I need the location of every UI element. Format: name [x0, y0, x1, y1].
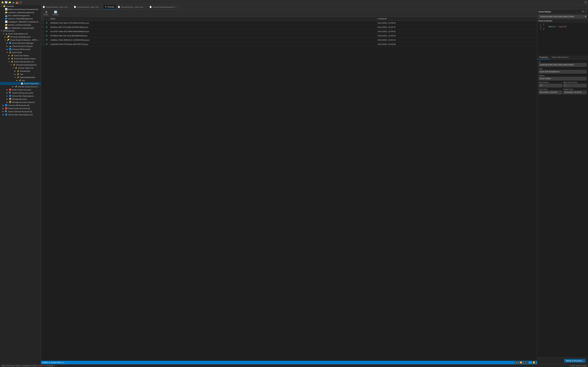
cloud-icon[interactable]: ☁ — [12, 1, 15, 4]
chevron-egt: ▶ — [9, 55, 10, 56]
sidebar-item-qa[interactable]: ⬜ qa | TablesDB | cerebrata-table — [0, 26, 41, 30]
folder-icon[interactable]: 📁 — [8, 1, 11, 4]
refresh-button[interactable]: 🔄 Refresh — [52, 10, 59, 16]
cosmos-icon: 🟦 — [9, 48, 11, 50]
sidebar-item-service-bus[interactable]: ▶ 🔵 Service Bus Namespaces — [0, 94, 41, 98]
diamond-icon: 🔷 — [5, 17, 8, 20]
sidebar-item-redis-cache[interactable]: ▶ 🔴 Redis Cache Accounts — [0, 88, 41, 91]
refresh-toolbar-icon[interactable]: 🔄 — [5, 1, 8, 4]
chevron-all-resources: ▼ — [1, 30, 3, 32]
sidebar-item-event-grids[interactable]: ▼ ⚡ Event Grids — [0, 51, 41, 54]
col-name[interactable]: Name — [49, 17, 377, 21]
tab-close-1[interactable]: ✕ — [69, 6, 70, 8]
tab-domain-topic-2[interactable]: 📄 DomainTopicS...ption Visu ✕ — [72, 5, 103, 9]
upload-icon[interactable]: 📤 — [15, 1, 18, 4]
sidebar-label-azure-subs: Azure Subscriptions (2) — [8, 33, 40, 35]
row-checkbox-5[interactable] — [42, 43, 44, 45]
star-icon[interactable]: ⭐ — [1, 1, 4, 4]
sidebar-item-storage-classic[interactable]: ▶ 📦 Storage Accounts (Classic) — [0, 100, 41, 104]
tab-icon-settings: ⚙ — [105, 6, 107, 8]
window-icon[interactable]: ⬛ — [584, 1, 587, 4]
row-checkbox-cell — [41, 42, 44, 46]
table-row[interactable]: ✉ 8704952e-ffb2-4cfc-bcdf-08e93f9942b0.j… — [41, 33, 537, 38]
table-row[interactable]: ✉ 42af6b1c-916b-4596-81c0-123618210cba.j… — [41, 38, 537, 42]
sidebar-item-service-bus-0[interactable]: ▶ 🔵 Service Bus Namespaces (0) — [0, 113, 41, 116]
folder-icon: 📁 — [5, 11, 8, 14]
sidebar-label-all-resources: All Resources — [3, 30, 40, 32]
delete-button[interactable]: 🗑 Delete... — [42, 10, 50, 16]
tab-close-4[interactable]: ✕ — [177, 6, 178, 8]
sidebar-item-container-patient[interactable]: 📁 container | patientmanagement — [0, 11, 41, 14]
sidebar-item-event-grid-topics[interactable]: ▶ ⚡ Event Grid Topics — [0, 54, 41, 57]
sidebar-item-visual-studio[interactable]: ▼ 🔑 Visual Studio Enterprise – MPN (Ranj… — [0, 38, 41, 42]
tab-domain-only[interactable]: 📄 DomainOnlySu...ption Visu ✕ — [116, 5, 148, 9]
sidebar-item-private[interactable]: 📁 private | ceruleanv1storage — [0, 23, 41, 26]
modify-resubmit-button[interactable]: Modify & Resubmit... — [564, 359, 585, 363]
close-panel-icon[interactable]: ✕ — [585, 10, 587, 13]
tab-domain-topic-1[interactable]: 📄 DoaminTopicS...ption Visu ✕ — [41, 5, 72, 9]
sidebar-item-dev-patient[interactable]: 💻 dev | patientmanagement — [0, 14, 41, 17]
tab-settings[interactable]: ⚙ Settings — [103, 5, 116, 9]
table-row[interactable]: ✉ bf456064-7bc2-4da7-b74f-da54e410202c.j… — [41, 21, 537, 25]
sidebar-item-newqatest[interactable]: ⬜ newqatest | TablesDB | cerebrata-table — [0, 20, 41, 23]
sidebar-item-domain-for-dev[interactable]: ▼ ⚡ DomainForDevelopment — [0, 63, 41, 66]
sidebar-label-dt: Domain Topics (3) — [18, 67, 40, 69]
row-created-at-cell: 02/11/2021, 15:43:27 — [376, 25, 537, 29]
col-created-at[interactable]: Created At — [376, 17, 537, 21]
minimize-icon[interactable]: 🗗 — [582, 10, 584, 13]
row-checkbox-0[interactable] — [42, 22, 44, 24]
prop-times: Event Time: 02/11/2021, 15:34:33 Publish… — [539, 88, 587, 94]
sidebar-item-domain-topic-sub[interactable]: 📋 DoaminTopicSubscription — [0, 82, 41, 85]
table-row[interactable]: ✉ 9cca7827-b6fa-4323-90b9-b8f2da0bb3a9.j… — [41, 29, 537, 33]
tab-close-2[interactable]: ✕ — [100, 6, 102, 8]
tab-properties[interactable]: Properties — [537, 55, 550, 59]
delete-label: Delete... — [43, 14, 49, 16]
sidebar-item-domain-topics[interactable]: ▼ ⚡ Domain Topics (3) — [0, 66, 41, 69]
sidebar-item-cloud-classic[interactable]: ▶ ☁ Cloud Services (Classic) — [0, 45, 41, 48]
sidebar-item-search-service[interactable]: ▶ 🔍 Search Service Accounts — [0, 91, 41, 94]
table-row[interactable]: ✉ bf4391ac-58f7-47f1-b892-60766313fb33.j… — [41, 25, 537, 29]
search-service-icon: 🔍 — [9, 92, 11, 94]
sidebar-item-azure-subscriptions[interactable]: ▼ ☁ Azure Subscriptions (2) — [0, 32, 41, 35]
page-input[interactable] — [524, 361, 528, 364]
sidebar-item-event-grid-system-topics[interactable]: ▶ ⚡ Event Grid System Topics — [0, 57, 41, 60]
tab-dead-letter[interactable]: Dead Letter Reason — [550, 55, 571, 59]
select-all-checkbox[interactable] — [42, 17, 44, 19]
sidebar-item-metrics[interactable]: 📊 $MetricsHourPrimaryTransactionsBlob — [0, 8, 41, 11]
sidebar-item-redis-0[interactable]: ▶ 🔴 Redis Cache Accounts (0) — [0, 107, 41, 110]
sidebar-item-cosmos[interactable]: ▶ 🟦 Cosmos DB Accounts — [0, 48, 41, 51]
inner-content: 🗑 Delete... 🔄 Refresh — [41, 9, 588, 364]
sidebar-item-favorites[interactable]: ▼ ⭐ Favorites — [0, 5, 41, 8]
next-page-button[interactable]: ⏩ — [532, 361, 536, 364]
row-checkbox-1[interactable] — [42, 26, 44, 28]
sidebar-item-event-grid-domains[interactable]: ▼ ⚡ Event Grid Domains (1) — [0, 60, 41, 63]
row-checkbox-2[interactable] — [42, 30, 44, 32]
table-row[interactable]: ✉ 0a28d4f4-d2ef-4763-9bcb-ddf372fd1734.j… — [41, 42, 537, 46]
sidebar-item-topicinsidedomain[interactable]: ▼ ⚡ topicinsidedomain — [0, 76, 41, 79]
chevron-service-bus: ▶ — [7, 95, 9, 97]
first-page-button[interactable]: ⏮ — [515, 361, 518, 364]
sidebar-item-all-resources[interactable]: ▼ All Resources — [0, 30, 41, 32]
sidebar-item-azure-rm[interactable]: ▶ 🔷 Azure Resource Manager — [0, 42, 41, 45]
sidebar-item-storage[interactable]: ▶ 📦 Storage Accounts — [0, 98, 41, 100]
prev-page-button[interactable]: ⏪ — [519, 361, 523, 364]
event-id-dropdown[interactable]: 1b28413b-6385-42b5-9298-3ed9a723e6f4 — [538, 15, 587, 18]
sidebar-item-dev-topic[interactable]: ▶ ⚡ dev — [0, 79, 41, 82]
sidebar-item-cosmos-0[interactable]: ▶ 🟦 Cosmos DB Accounts (0) — [0, 104, 41, 107]
sidebar-item-domaintopic[interactable]: ▶ ⚡ domaintopic — [0, 69, 41, 73]
sidebar-item-test[interactable]: ▶ ⚡ test — [0, 73, 41, 76]
sidebar-item-search-0[interactable]: ▶ 🔍 Search Service Accounts (0) — [0, 110, 41, 113]
tab-domain-for-dev[interactable]: 📄 DomainForDevelopment Vi ✕ — [148, 5, 180, 9]
sidebar-item-kovai-prod[interactable]: ▶ 🔑 05-kovai-cerebrata-prod — [0, 35, 41, 38]
sidebar-item-doctors[interactable]: 🔷 doctors | PatientManagement — [0, 17, 41, 20]
tab-close-3[interactable]: ✕ — [145, 6, 146, 8]
sidebar-item-domain-scope[interactable]: ▶ ⚡ Domain-Scope Event Subscriptions (2) — [0, 85, 41, 88]
envelope-icon: ✉ — [46, 22, 48, 24]
envelope-icon: ✉ — [46, 43, 48, 45]
row-checkbox-3[interactable] — [42, 34, 44, 37]
row-checkbox-4[interactable] — [42, 39, 44, 41]
prop-id: Id: 1b28413b-6385-42b5-9298-3ed9a723e6f4 — [539, 61, 587, 67]
event-contents-body: 1 { 2 "hello": "woorld" 3 } — [537, 23, 588, 55]
square-icon[interactable]: ⬛ — [19, 1, 22, 4]
row-checkbox-cell — [41, 21, 44, 25]
